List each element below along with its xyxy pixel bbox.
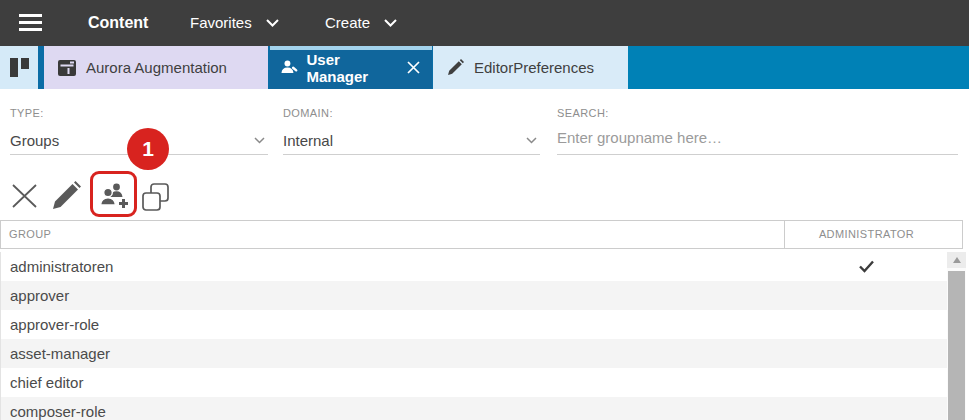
domain-label: DOMAIN: xyxy=(283,100,540,119)
menu-create[interactable]: Create xyxy=(325,0,397,45)
group-name: administratoren xyxy=(10,252,113,281)
administrator-cell xyxy=(785,397,948,420)
type-label: TYPE: xyxy=(10,100,268,119)
hamburger-menu-icon[interactable] xyxy=(19,14,42,31)
table-row[interactable]: approver xyxy=(1,281,947,310)
tab-editor-preferences[interactable]: EditorPreferences xyxy=(433,46,628,89)
column-header-administrator[interactable]: ADMINISTRATOR xyxy=(785,221,948,248)
administrator-cell xyxy=(785,368,948,397)
administrator-cell xyxy=(785,310,948,339)
copy-group-button[interactable] xyxy=(141,182,170,216)
domain-value: Internal xyxy=(283,132,540,149)
user-manager-app: Content Favorites Create Aurora Augmenta… xyxy=(0,0,969,420)
delete-group-button[interactable] xyxy=(11,183,38,213)
domain-dropdown[interactable]: DOMAIN: Internal xyxy=(283,100,540,155)
tab-label: Aurora Augmentation xyxy=(86,59,227,76)
administrator-cell xyxy=(785,281,948,310)
tab-strip-background xyxy=(628,46,969,89)
user-manager-icon xyxy=(281,59,299,76)
group-name: approver xyxy=(10,281,69,310)
search-field: SEARCH: xyxy=(557,100,958,155)
tab-label: EditorPreferences xyxy=(474,59,594,76)
chevron-down-icon xyxy=(384,19,397,27)
table-header: GROUP ADMINISTRATOR xyxy=(0,220,963,249)
table-body: administratorenapproverapprover-roleasse… xyxy=(0,252,947,420)
chevron-down-icon[interactable] xyxy=(526,137,537,144)
tab-label: User Manager xyxy=(307,51,398,85)
delete-x-icon xyxy=(11,183,38,209)
search-label: SEARCH: xyxy=(557,100,958,119)
scrollbar[interactable] xyxy=(947,252,966,420)
table-row[interactable]: chief editor xyxy=(1,368,947,397)
group-name: chief editor xyxy=(10,368,83,397)
create-label: Create xyxy=(325,14,370,31)
tab-strip: Aurora Augmentation User Manager EditorP… xyxy=(0,46,969,89)
table-row[interactable]: composer-role xyxy=(1,397,947,420)
group-name: approver-role xyxy=(10,310,99,339)
scroll-up-button[interactable] xyxy=(947,252,966,268)
page-icon xyxy=(58,60,76,76)
table-row[interactable]: approver-role xyxy=(1,310,947,339)
copy-icon xyxy=(141,182,170,212)
group-name: asset-manager xyxy=(10,339,110,368)
pencil-icon xyxy=(447,59,464,76)
search-input[interactable] xyxy=(557,129,958,146)
chevron-down-icon[interactable] xyxy=(254,137,265,144)
menu-favorites[interactable]: Favorites xyxy=(190,0,279,45)
menu-content[interactable]: Content xyxy=(88,0,148,45)
apps-icon xyxy=(10,58,29,77)
chevron-down-icon xyxy=(266,19,279,27)
pencil-icon xyxy=(51,181,82,211)
group-name: composer-role xyxy=(10,397,106,420)
administrator-cell xyxy=(785,252,948,281)
tab-user-manager[interactable]: User Manager xyxy=(270,46,432,89)
top-bar: Content Favorites Create xyxy=(0,0,969,46)
edit-group-button[interactable] xyxy=(51,181,82,215)
tab-aurora-augmentation[interactable]: Aurora Augmentation xyxy=(44,46,268,89)
add-group-button[interactable] xyxy=(99,181,128,214)
apps-switcher-button[interactable] xyxy=(0,46,38,89)
add-group-icon xyxy=(99,181,128,210)
administrator-cell xyxy=(785,339,948,368)
annotation-badge: 1 xyxy=(127,128,169,170)
table-row[interactable]: asset-manager xyxy=(1,339,947,368)
favorites-label: Favorites xyxy=(190,14,252,31)
scrollbar-thumb[interactable] xyxy=(948,271,965,420)
close-tab-button[interactable] xyxy=(406,60,421,75)
close-icon xyxy=(406,60,421,75)
triangle-up-icon xyxy=(953,257,961,263)
column-header-group[interactable]: GROUP xyxy=(9,221,51,248)
table-row[interactable]: administratoren xyxy=(1,252,947,281)
checkmark-icon xyxy=(858,260,875,273)
